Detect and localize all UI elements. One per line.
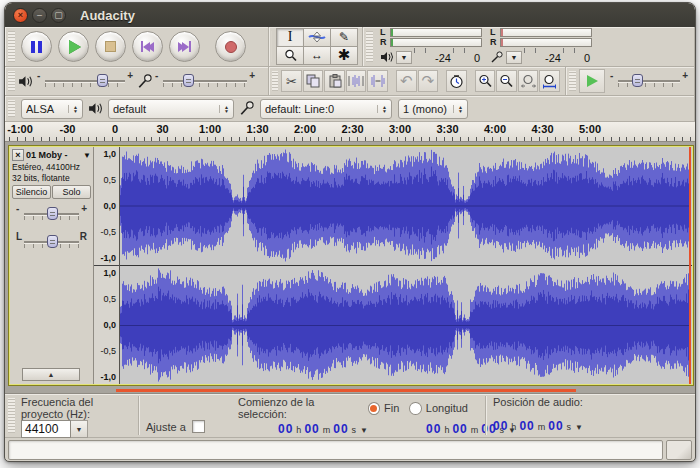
pan-slider[interactable]: L R — [18, 233, 85, 251]
selection-start-time[interactable]: 00h00m00s▼ — [278, 420, 368, 438]
toolbar-grip[interactable] — [365, 31, 373, 62]
timeshift-tool-button[interactable]: ↔ — [303, 46, 331, 65]
gain-thumb[interactable] — [47, 207, 58, 220]
redo-button[interactable]: ↷ — [418, 70, 439, 92]
resize-grip[interactable] — [666, 440, 692, 460]
undo-button[interactable]: ↶ — [396, 70, 417, 92]
amplitude-label: -0,5 — [100, 346, 116, 356]
copy-button[interactable] — [303, 70, 324, 92]
ruler-tick — [516, 137, 517, 141]
draw-tool-button[interactable]: ✎ — [330, 28, 358, 47]
toolbar-grip[interactable] — [7, 100, 15, 117]
end-radio-label: Fin — [384, 402, 399, 414]
ruler-tick — [341, 137, 342, 141]
toolbar-grip[interactable] — [7, 31, 15, 62]
playback-meter-dropdown[interactable]: ▼ — [396, 51, 412, 64]
ruler-tick — [429, 137, 430, 141]
toolbar-grip[interactable] — [271, 71, 278, 91]
record-button[interactable] — [215, 31, 246, 62]
meter-toolbar: L R ▼ -24 0 — [363, 27, 695, 66]
zoom-in-button[interactable] — [475, 70, 496, 92]
ruler-tick — [56, 137, 57, 141]
waveform-left-channel[interactable] — [120, 147, 692, 266]
envelope-tool-button[interactable] — [303, 28, 331, 47]
selection-tool-button[interactable]: I — [276, 28, 304, 47]
ruler-tick — [128, 137, 129, 141]
track-menu-button[interactable]: ▼ — [83, 151, 91, 160]
recording-channels-select[interactable]: 1 (mono) ▲▼ — [398, 99, 468, 119]
track-collapse-button[interactable]: ▲ — [22, 368, 80, 381]
skip-end-button[interactable] — [169, 31, 200, 62]
playback-device-select[interactable]: default ▲▼ — [108, 99, 234, 119]
pause-button[interactable] — [21, 31, 52, 62]
zoom-out-button[interactable] — [496, 70, 517, 92]
waveform-display[interactable] — [120, 147, 692, 384]
paste-button[interactable] — [324, 70, 345, 92]
recording-meter-dropdown[interactable]: ▼ — [506, 51, 522, 64]
zoom-tool-button[interactable] — [276, 46, 304, 65]
titlebar[interactable]: × – ▢ Audacity — [5, 3, 695, 27]
output-volume-thumb[interactable] — [97, 74, 108, 87]
track-area[interactable]: × 01 Moby - ▼ Estéreo, 44100Hz 32 bits, … — [5, 142, 695, 394]
audio-host-select[interactable]: ALSA ▲▼ — [21, 99, 83, 119]
input-volume-slider[interactable]: - + — [157, 72, 253, 90]
project-rate-value[interactable]: 44100 — [21, 420, 71, 438]
ruler-tick — [563, 137, 564, 141]
skip-start-icon — [141, 41, 155, 52]
output-volume-slider[interactable]: - + — [39, 72, 131, 90]
meter-scale-min: -24 — [545, 52, 561, 64]
sync-lock-button[interactable] — [446, 70, 467, 92]
ruler-label: 4:30 — [531, 123, 553, 135]
play-speed-thumb[interactable] — [632, 74, 643, 87]
toolbar-grip[interactable] — [7, 71, 15, 91]
audio-track[interactable]: × 01 Moby - ▼ Estéreo, 44100Hz 32 bits, … — [9, 146, 693, 385]
play-speed-slider[interactable]: - + — [612, 72, 686, 90]
track-close-button[interactable]: × — [12, 149, 24, 161]
maximize-button[interactable]: ▢ — [51, 8, 66, 23]
snap-to-checkbox[interactable] — [192, 420, 205, 433]
toolbar-grip[interactable] — [7, 398, 15, 433]
fit-project-button[interactable] — [539, 70, 560, 92]
end-radio[interactable] — [368, 402, 380, 415]
silence-audio-button[interactable] — [367, 70, 388, 92]
fit-selection-icon — [521, 74, 536, 89]
track-control-panel[interactable]: × 01 Moby - ▼ Estéreo, 44100Hz 32 bits, … — [10, 147, 94, 384]
play-button[interactable] — [58, 31, 89, 62]
length-radio[interactable] — [409, 402, 421, 415]
ruler-tick — [96, 137, 97, 141]
multi-tool-button[interactable]: ✱ — [330, 46, 358, 65]
solo-button[interactable]: Solo — [52, 185, 91, 199]
play-at-speed-button[interactable] — [579, 69, 605, 93]
gain-slider[interactable]: - + — [18, 205, 85, 223]
pan-thumb[interactable] — [47, 235, 58, 248]
audio-host-value: ALSA — [26, 103, 62, 115]
speaker-icon — [18, 75, 33, 88]
spinner-icon: ▲▼ — [219, 105, 229, 113]
project-rate-dropdown[interactable]: ▼ — [71, 420, 88, 438]
close-button[interactable]: × — [13, 8, 28, 23]
toolbar-grip[interactable] — [568, 71, 576, 91]
waveform-right-channel[interactable] — [120, 266, 692, 384]
stop-button[interactable] — [95, 31, 126, 62]
recording-meter-right-bar — [500, 38, 592, 47]
ruler-tick — [650, 137, 651, 141]
ruler-tick — [603, 137, 604, 141]
playback-meter[interactable]: L R ▼ -24 0 — [380, 27, 482, 66]
fit-selection-button[interactable] — [518, 70, 539, 92]
audio-position-label: Posición de audio: — [493, 396, 625, 408]
audio-position-time[interactable]: 00h00m00s▼ — [493, 417, 625, 435]
timeline-ruler[interactable]: -1:00-300301:001:302:002:303:003:304:004… — [5, 122, 695, 142]
play-speed-icon — [587, 75, 598, 87]
cut-button[interactable]: ✂ — [281, 70, 302, 92]
recording-meter[interactable]: L R ▼ -24 0 — [490, 27, 592, 66]
mute-button[interactable]: Silencio — [12, 185, 51, 199]
spinner-icon: ▲▼ — [68, 105, 78, 113]
skip-start-button[interactable] — [132, 31, 163, 62]
toolbar-grip[interactable] — [271, 31, 272, 62]
trim-audio-button[interactable] — [346, 70, 367, 92]
input-volume-thumb[interactable] — [183, 74, 194, 87]
project-rate-select[interactable]: 44100 ▼ — [21, 420, 131, 438]
recording-device-select[interactable]: default: Line:0 ▲▼ — [260, 99, 392, 119]
minimize-button[interactable]: – — [32, 8, 47, 23]
ruler-tick — [524, 137, 525, 141]
